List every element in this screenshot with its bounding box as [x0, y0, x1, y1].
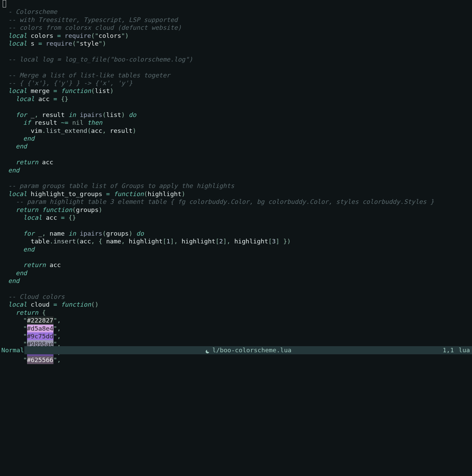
- comma: ,: [102, 127, 106, 134]
- comma: ,: [57, 333, 61, 340]
- keyword-function: function: [61, 87, 91, 94]
- keyword-do: do: [129, 111, 136, 118]
- ident: cloud: [31, 301, 50, 308]
- bracket: ]: [276, 238, 279, 245]
- comment: -- colors from colorsx cloud (defunct we…: [8, 24, 181, 31]
- comment: - Colorscheme: [8, 8, 57, 15]
- keyword-do: do: [136, 230, 144, 237]
- function-call: ipairs: [80, 230, 103, 237]
- quote: ": [95, 32, 98, 39]
- keyword-then: then: [87, 119, 103, 126]
- bracket: ]: [170, 238, 174, 245]
- quote: ": [53, 325, 57, 332]
- quote: ": [53, 333, 57, 340]
- ident: colors: [31, 32, 53, 39]
- number: 2: [219, 238, 223, 245]
- keyword-return: return: [23, 261, 46, 268]
- method: list_extend: [46, 127, 87, 134]
- keyword-nil: nil: [72, 119, 83, 126]
- string: style: [80, 40, 99, 47]
- ident: list: [106, 111, 121, 118]
- ident: result: [35, 119, 57, 126]
- quote: ": [98, 40, 102, 47]
- number: 3: [272, 238, 276, 245]
- code-editor[interactable]: - Colorscheme -- with Treesitter, Typesc…: [0, 0, 472, 364]
- quote: ": [76, 40, 80, 47]
- keyword-end: end: [23, 246, 35, 253]
- bracket: [: [268, 238, 272, 245]
- quote: ": [53, 317, 57, 324]
- comment: -- local log = log_to_file("boo-colorsch…: [8, 56, 193, 63]
- keyword-for: for: [23, 230, 35, 237]
- comma: ,: [227, 238, 230, 245]
- ident: acc: [38, 95, 49, 102]
- paren: (): [91, 301, 98, 308]
- keyword-function: function: [114, 190, 144, 197]
- comment: -- Merge a list of list-like tables toge…: [8, 72, 170, 79]
- keyword-local: local: [8, 301, 27, 308]
- keyword-end: end: [16, 269, 27, 277]
- paren: (: [91, 87, 95, 94]
- ident: highlight: [234, 238, 268, 245]
- quote: ": [121, 32, 125, 39]
- quote: ": [53, 356, 57, 363]
- comma: ,: [35, 111, 38, 118]
- function-call: require: [65, 32, 91, 39]
- brace: }: [283, 238, 287, 245]
- brace: {}: [61, 95, 68, 102]
- paren: ): [125, 32, 129, 39]
- dot: .: [42, 127, 46, 134]
- comma: ,: [42, 230, 46, 237]
- quote: ": [23, 356, 27, 363]
- bracket: [: [216, 238, 219, 245]
- status-file-text: l/boo-colorscheme.lua: [212, 346, 292, 354]
- statusbar: Normal l/boo-colorscheme.lua 1,1 lua: [0, 346, 472, 354]
- comment: -- param groups table list of Groups to …: [8, 182, 234, 189]
- paren: ): [121, 111, 125, 118]
- lua-icon: [205, 348, 210, 353]
- ident: acc: [46, 214, 57, 221]
- brace: {}: [68, 214, 76, 221]
- function-call: require: [46, 40, 72, 47]
- status-position: 1,1: [443, 346, 454, 354]
- keyword-end: end: [8, 167, 19, 174]
- comment: -- with Treesitter, Typescript, LSP supp…: [8, 16, 178, 23]
- comment: -- param highlight table 3 element table…: [16, 198, 434, 205]
- brace: {: [98, 238, 102, 245]
- paren: ): [103, 40, 106, 47]
- ident: vim: [31, 127, 42, 134]
- paren: ): [129, 230, 132, 237]
- paren: ): [133, 127, 136, 134]
- ident: groups: [106, 230, 129, 237]
- keyword-local: local: [8, 32, 27, 39]
- paren: (: [72, 40, 76, 47]
- paren: ): [181, 190, 185, 197]
- comma: ,: [57, 317, 61, 324]
- ident: name: [50, 230, 65, 237]
- comma: ,: [91, 238, 95, 245]
- ident: acc: [50, 261, 61, 268]
- keyword-return: return: [16, 309, 38, 316]
- status-filetype: lua: [459, 346, 470, 354]
- ident: name: [106, 238, 121, 245]
- ident: merge: [31, 87, 50, 94]
- paren: (: [91, 32, 95, 39]
- ident: result: [110, 127, 133, 134]
- function-call: ipairs: [80, 111, 103, 118]
- paren: ): [110, 87, 114, 94]
- ident: highlight_to_groups: [31, 190, 103, 197]
- hex-color-swatch: #625566: [27, 356, 53, 364]
- comment: -- { {'x'}, {'y'} } -> {'x', 'y'}: [8, 79, 133, 87]
- ident: s: [31, 40, 35, 47]
- ident: table: [31, 238, 50, 245]
- bracket: [: [163, 238, 166, 245]
- dot: .: [50, 238, 53, 245]
- keyword-in: in: [68, 111, 76, 118]
- comma: ,: [57, 356, 61, 363]
- paren: ): [287, 238, 291, 245]
- bracket: ]: [223, 238, 227, 245]
- keyword-local: local: [16, 95, 35, 102]
- paren: ): [98, 206, 102, 213]
- cursor: [3, 0, 6, 7]
- comment: -- Cloud colors: [8, 293, 65, 300]
